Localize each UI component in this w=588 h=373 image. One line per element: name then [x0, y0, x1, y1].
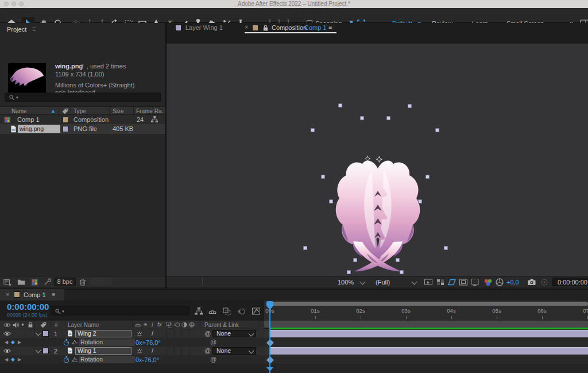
transparency-grid-icon[interactable] — [436, 278, 445, 287]
project-tab-label[interactable]: Project — [7, 26, 26, 33]
project-row-comp1[interactable]: Comp 1 Composition 24 — [0, 115, 165, 124]
comp-flowchart-icon[interactable] — [150, 116, 158, 124]
layer-label-swatch[interactable] — [42, 348, 49, 354]
collapse-transformations-switch[interactable] — [136, 347, 143, 354]
selection-handle[interactable] — [444, 246, 448, 250]
viewer-timecode[interactable]: 0:00:00:00 — [552, 278, 588, 286]
grid-guides-icon[interactable] — [424, 278, 433, 287]
keyframe-prev-icon[interactable]: ◀ — [5, 340, 8, 345]
keyframe-diamond-icon[interactable]: ◆ — [11, 339, 15, 345]
keyframe-diamond-icon[interactable]: ◆ — [11, 356, 15, 362]
column-header-size[interactable]: Size — [113, 108, 123, 114]
mask-path-visibility-icon[interactable] — [447, 278, 457, 287]
adjustment-layer-switch-icon[interactable] — [181, 321, 188, 328]
selection-handle[interactable] — [360, 116, 364, 120]
property-row-rotation-wing2[interactable]: ◀ ◆ ▶ Rotation 0x+76,0° @ — [0, 338, 264, 347]
resolution-dropdown[interactable]: (Full) — [376, 279, 390, 286]
rotation-value[interactable]: 0x-76,0° — [136, 356, 159, 363]
composition-viewport[interactable] — [167, 44, 588, 276]
close-icon[interactable]: × — [245, 24, 248, 30]
timeline-tab-label[interactable]: Comp 1 — [24, 291, 46, 298]
selection-handle[interactable] — [435, 128, 439, 132]
exposure-icon[interactable] — [495, 278, 504, 287]
label-swatch-lavender[interactable] — [63, 126, 69, 132]
project-row-wingpng[interactable]: wing.png PNG file 405 KB — [0, 124, 165, 134]
selection-handle[interactable] — [321, 175, 325, 179]
effects-switch-icon[interactable]: fx — [157, 321, 162, 328]
property-name[interactable]: Rotation — [79, 339, 135, 346]
panel-resize-pill[interactable] — [90, 278, 113, 286]
snapshot-icon[interactable] — [527, 278, 536, 287]
keyframe-next-icon[interactable]: ▶ — [18, 340, 21, 345]
comp-mini-flowchart-icon[interactable] — [194, 307, 203, 316]
layer-visibility-eye-icon[interactable] — [3, 330, 11, 337]
quality-switch[interactable]: / — [152, 330, 153, 337]
show-snapshot-icon[interactable] — [540, 278, 549, 287]
parent-pickwhip-icon[interactable]: @ — [204, 347, 211, 354]
current-time-display[interactable]: 0:00:00:00 — [7, 302, 49, 312]
motion-blur-icon[interactable] — [237, 307, 246, 316]
audio-column-speaker-icon[interactable] — [12, 321, 20, 329]
layer-row-wing2[interactable]: 1 Wing 2 / @ None — [0, 329, 264, 338]
selection-handle[interactable] — [386, 116, 390, 120]
region-of-interest-icon[interactable] — [459, 278, 468, 287]
new-folder-icon[interactable] — [17, 278, 25, 286]
collapse-switch-icon[interactable]: ☀ — [143, 322, 148, 328]
work-area-bar[interactable] — [268, 302, 588, 306]
three-d-switch-icon[interactable] — [188, 321, 195, 328]
column-header-name[interactable]: Name — [11, 108, 27, 114]
project-panel-menu-icon[interactable]: ≡ — [32, 25, 36, 32]
create-proxy-icon[interactable] — [44, 278, 52, 286]
collapse-transformations-switch[interactable] — [136, 330, 143, 337]
viewer-panel-menu-icon[interactable]: ≡ — [328, 24, 332, 30]
playhead-bottom-marker[interactable] — [266, 367, 273, 371]
keyframe-prev-icon[interactable]: ◀ — [5, 357, 8, 362]
label-column-icon[interactable] — [61, 107, 69, 115]
timeline-panel-menu-icon[interactable]: ≡ — [52, 291, 55, 298]
time-ruler[interactable]: 00s01s02s03s04s05s06s07s — [264, 301, 588, 321]
exposure-value[interactable]: +0,0 — [506, 279, 519, 286]
selection-handle[interactable] — [396, 258, 400, 262]
view-layout-icon[interactable] — [470, 278, 479, 287]
layer-twirl-chevron-icon[interactable] — [36, 330, 41, 336]
selection-handle[interactable] — [347, 270, 351, 274]
channel-rgb-icon[interactable] — [483, 278, 493, 287]
selection-handle[interactable] — [329, 199, 333, 203]
timeline-search-input[interactable]: ▾ — [51, 306, 189, 316]
stopwatch-icon[interactable] — [63, 339, 70, 346]
graph-editor-icon[interactable] — [252, 307, 261, 316]
parent-pickwhip-icon[interactable]: @ — [204, 330, 211, 337]
layer-duration-bar-wing1[interactable] — [270, 347, 588, 355]
layer-duration-bar-wing2[interactable] — [270, 330, 588, 337]
property-pickwhip-icon[interactable]: @ — [210, 356, 216, 363]
shy-switch-icon[interactable] — [134, 321, 141, 328]
project-item-name[interactable]: Comp 1 — [17, 116, 40, 123]
layer-visibility-eye-icon[interactable] — [3, 347, 11, 355]
layer-viewer-tab[interactable]: Layer Wing 1 — [185, 24, 223, 31]
selection-handle[interactable] — [408, 104, 412, 108]
frame-blend-switch-icon[interactable] — [166, 321, 173, 328]
quality-switch-icon[interactable]: / — [152, 322, 153, 328]
composition-viewer-tab-name[interactable]: Comp 1 — [304, 24, 327, 31]
selection-handle[interactable] — [353, 258, 357, 262]
property-name[interactable]: Rotation — [79, 356, 135, 363]
rotation-value[interactable]: 0x+76,0° — [136, 339, 161, 346]
column-header-parent-link[interactable]: Parent & Link — [204, 322, 239, 328]
preview-filename[interactable]: wing.png — [55, 63, 83, 70]
selection-handle[interactable] — [303, 246, 307, 250]
layer-row-wing1[interactable]: 2 Wing 1 / @ None — [0, 347, 264, 355]
playhead-caret[interactable] — [266, 306, 273, 310]
label-column-icon[interactable] — [40, 321, 47, 329]
column-header-layer-name[interactable]: Layer Name — [68, 322, 99, 328]
playhead-handle[interactable] — [266, 301, 273, 306]
layer-name-field[interactable]: Wing 1 — [75, 347, 131, 355]
composition-viewer-tab-prefix[interactable]: Composition — [272, 24, 307, 31]
layer-twirl-chevron-icon[interactable] — [36, 348, 41, 353]
playhead-line[interactable] — [269, 301, 270, 373]
close-icon[interactable]: × — [6, 291, 9, 298]
hide-shy-layers-icon[interactable] — [208, 307, 217, 316]
motion-blur-switch-icon[interactable] — [173, 321, 180, 328]
column-header-index[interactable]: # — [55, 322, 58, 328]
project-item-name-selected[interactable]: wing.png — [18, 125, 60, 133]
stopwatch-icon[interactable] — [63, 356, 70, 363]
